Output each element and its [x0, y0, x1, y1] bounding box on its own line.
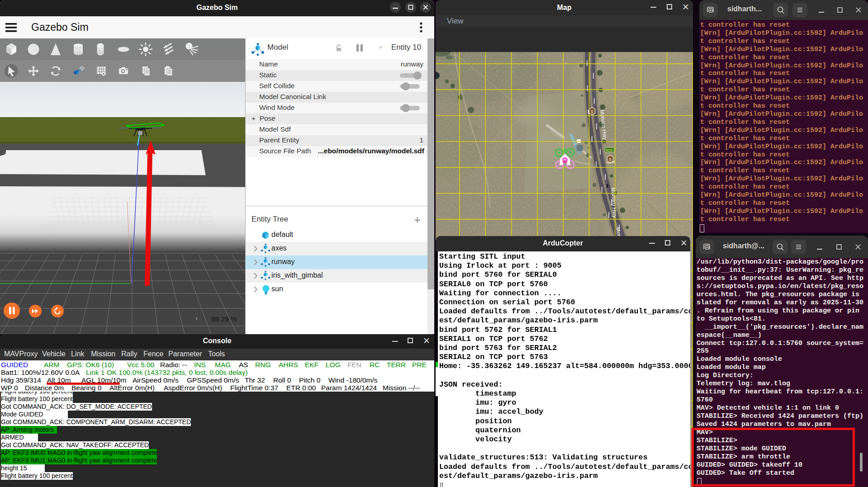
svg-text:5: 5 [609, 157, 611, 162]
svg-text:B23: B23 [606, 148, 613, 152]
svg-text:5: 5 [591, 109, 593, 114]
